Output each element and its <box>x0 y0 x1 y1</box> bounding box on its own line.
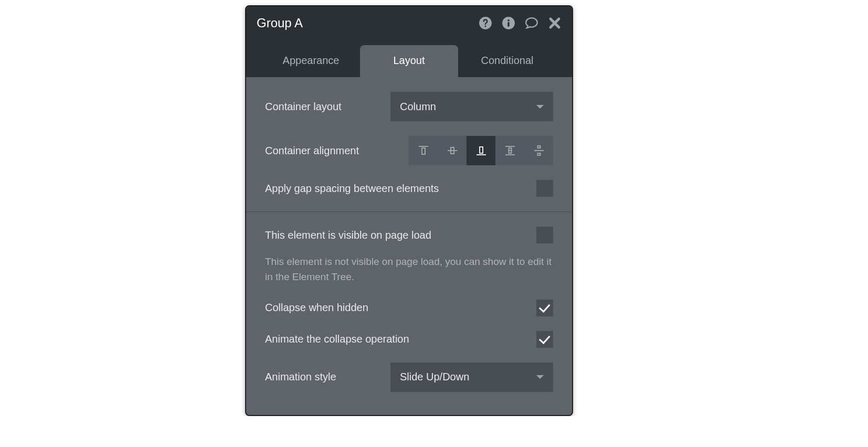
chevron-down-icon <box>536 105 544 109</box>
align-top-icon[interactable] <box>409 136 438 165</box>
row-container-alignment: Container alignment <box>265 136 553 165</box>
svg-rect-4 <box>507 22 509 27</box>
visibility-help-text: This element is not visible on page load… <box>265 254 553 285</box>
svg-rect-6 <box>422 148 425 154</box>
label-gap-spacing: Apply gap spacing between elements <box>265 183 439 195</box>
label-animate-collapse: Animate the collapse operation <box>265 333 409 345</box>
tab-layout[interactable]: Layout <box>360 45 458 77</box>
section-container-layout: Container layout Column Container alignm… <box>246 77 572 212</box>
checkbox-animate-collapse[interactable] <box>536 331 553 348</box>
header-icon-group <box>479 16 562 30</box>
comment-icon[interactable] <box>525 16 538 30</box>
label-collapse-when-hidden: Collapse when hidden <box>265 302 368 314</box>
section-visibility: This element is visible on page load Thi… <box>246 212 572 415</box>
close-icon[interactable] <box>548 16 562 30</box>
alignment-button-group <box>409 136 553 165</box>
row-visible-on-load: This element is visible on page load <box>265 227 553 243</box>
svg-rect-15 <box>537 146 540 148</box>
select-animation-style-value: Slide Up/Down <box>400 371 469 383</box>
row-animate-collapse: Animate the collapse operation <box>265 331 553 348</box>
label-visible-on-load: This element is visible on page load <box>265 229 431 241</box>
checkbox-collapse-when-hidden[interactable] <box>536 300 553 316</box>
panel-header: Group A <box>246 6 572 39</box>
row-collapse-when-hidden: Collapse when hidden <box>265 300 553 316</box>
select-container-layout[interactable]: Column <box>390 92 553 121</box>
tab-appearance[interactable]: Appearance <box>262 45 360 77</box>
row-gap-spacing: Apply gap spacing between elements <box>265 180 553 197</box>
svg-point-3 <box>507 19 510 22</box>
select-container-layout-value: Column <box>400 101 436 113</box>
info-icon[interactable] <box>502 16 515 30</box>
label-animation-style: Animation style <box>265 371 336 383</box>
label-container-alignment: Container alignment <box>265 145 359 157</box>
row-container-layout: Container layout Column <box>265 92 553 121</box>
align-middle-icon[interactable] <box>438 136 467 165</box>
tab-conditional[interactable]: Conditional <box>458 45 556 77</box>
select-animation-style[interactable]: Slide Up/Down <box>390 363 553 392</box>
svg-point-1 <box>484 25 486 27</box>
row-animation-style: Animation style Slide Up/Down <box>265 363 553 392</box>
tab-bar: Appearance Layout Conditional <box>246 39 572 77</box>
svg-rect-14 <box>509 151 511 153</box>
svg-rect-17 <box>537 153 540 155</box>
align-bottom-icon[interactable] <box>467 136 495 165</box>
help-icon[interactable] <box>479 16 492 30</box>
checkbox-gap-spacing[interactable] <box>536 180 553 197</box>
panel-title: Group A <box>257 16 303 30</box>
checkbox-visible-on-load[interactable] <box>536 227 553 243</box>
align-space-around-icon[interactable] <box>524 136 553 165</box>
align-space-between-icon[interactable] <box>495 136 524 165</box>
svg-rect-10 <box>480 147 483 153</box>
label-container-layout: Container layout <box>265 101 342 113</box>
chevron-down-icon <box>536 375 544 379</box>
property-editor-panel: Group A Appearance Layout Conditional Co… <box>245 5 573 416</box>
